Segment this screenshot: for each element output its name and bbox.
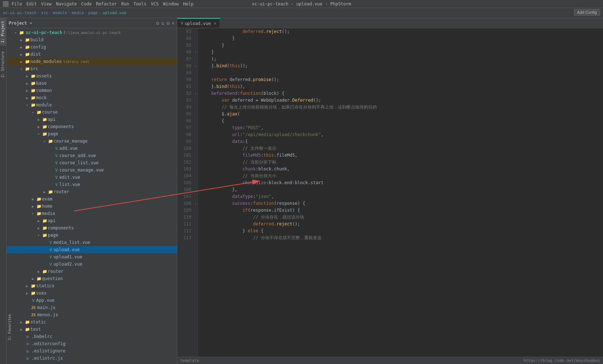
code-content[interactable]: deferred.reject(); } } } [198,28,603,357]
code-line-104: // 当前分块大小 [201,173,603,179]
code-line-86: } [201,49,603,56]
title-bar: File Edit View Navigate Code Refactor Ru… [0,0,603,8]
tree-base[interactable]: ▶ 📁 base [7,80,177,87]
tree-course-add-vue[interactable]: ▶ V course_add.vue [7,152,177,159]
tab-upload-vue[interactable]: V upload.vue × [177,18,220,28]
menu-refactor[interactable]: Refactor [96,1,117,7]
tree-src[interactable]: ▾ 📁 src [7,65,177,72]
menu-run[interactable]: Run [121,1,129,7]
code-line-90: return deferred.promise(); [201,76,603,83]
tree-vuex[interactable]: ▶ 📁 vuex [7,289,177,297]
add-config-button[interactable]: Add Config [574,9,600,16]
close-panel-icon[interactable]: × [172,20,175,26]
tree-config[interactable]: ▶ 📁 config [7,43,177,51]
tree-root[interactable]: ▾ 📁 xc-ui-pc-teach E:\java_www\xc-ui-pc-… [7,29,177,36]
code-line-101: fileMd5:this.fileMd5, [201,152,603,159]
settings-gear-icon[interactable]: ⚙ [156,20,159,26]
code-line-96: { [201,118,603,124]
menu-help[interactable]: Help [183,1,194,7]
tree-dist[interactable]: ▶ 📁 dist [7,51,177,58]
sidebar-tab-project[interactable]: 1: Project [0,18,6,46]
tree-babelrc[interactable]: ▶ ⚙ .babelrc [7,333,177,340]
tree-assets[interactable]: ▶ 📁 assets [7,72,177,80]
tree-build[interactable]: ▶ 📁 build [7,36,177,43]
menu-edit[interactable]: Edit [26,1,37,7]
code-line-107: dataType:"json", [201,193,603,200]
tree-course-components[interactable]: ▶ 📁 components [7,123,177,130]
tree-question[interactable]: ▶ 📁 question [7,275,177,282]
tab-close-icon[interactable]: × [214,21,216,26]
tree-module[interactable]: ▾ 📁 module [7,101,177,109]
tree-main-js[interactable]: ▶ JS main.js [7,304,177,311]
tree-upload1-vue[interactable]: ▶ V upload1.vue [7,253,177,261]
tree-editorconfig[interactable]: ▶ ⚙ .editorconfig [7,340,177,347]
app-icon [3,1,9,7]
tree-eslintrc[interactable]: ▶ ◎ .eslintrc.js [7,355,177,362]
code-line-102: // 当前分块下标 [201,159,603,166]
tree-media[interactable]: ▾ 📁 media [7,210,177,217]
menu-vcs[interactable]: VCS [151,1,159,7]
code-line-84: } [201,35,603,42]
code-line-103: chunk:block.chunk, [201,166,603,173]
code-line-89 [201,69,603,76]
tree-app-vue[interactable]: ▶ V App.vue [7,297,177,304]
menu-bar: File Edit View Navigate Code Refactor Ru… [12,1,194,7]
code-line-111: deferred.reject(); [201,221,603,228]
project-header: Project ▾ ⚙ ⇅ ⚙ × [7,18,177,28]
tree-exam[interactable]: ▶ 📁 exam [7,195,177,203]
tree-upload2-vue[interactable]: ▶ V upload2.vue [7,261,177,268]
tab-bar: V upload.vue × [177,18,603,28]
tree-media-router[interactable]: ▶ 📁 router [7,268,177,275]
bc-sep-4: › [85,10,87,15]
main-layout: 1: Project 2: Structure Project ▾ ⚙ ⇅ ⚙ … [0,18,603,364]
tree-course-manage-folder[interactable]: ▾ 📁 course_manage [7,137,177,145]
tree-test[interactable]: ▶ 📁 test [7,326,177,333]
options-icon[interactable]: ⚙ [166,20,169,26]
breadcrumb-module[interactable]: module [53,10,67,15]
tree-node-modules[interactable]: ▶ 📁 node_modules library root [7,58,177,65]
expand-icon[interactable]: ⇅ [161,20,164,26]
code-line-93: var deferred = WebUploader.Deferred(); [201,97,603,104]
tree-media-page[interactable]: ▾ 📁 page [7,232,177,239]
menu-navigate[interactable]: Navigate [56,1,77,7]
tree-course-manage-vue[interactable]: ▶ V course_manage.vue [7,166,177,174]
bottom-bar: template https://blog.csdn.net/minihuabe… [177,357,603,364]
tree-course-router[interactable]: ▶ 📁 router [7,188,177,195]
menu-tools[interactable]: Tools [133,1,146,7]
tree-eslintignore[interactable]: ▶ ◎ .eslintignore [7,347,177,355]
tree-add-vue[interactable]: ▶ V add.vue [7,145,177,152]
breadcrumb-root[interactable]: xc-ui-pc-teach [3,10,37,15]
tree-static[interactable]: ▶ 📁 static [7,318,177,326]
tree-edit-vue[interactable]: ▶ V edit.vue [7,174,177,181]
bc-sep-3: › [68,10,71,15]
menu-code[interactable]: Code [81,1,92,7]
sidebar-tab-structure[interactable]: 2: Structure [0,48,6,80]
tree-statics[interactable]: ▶ 📁 statics [7,282,177,289]
tree-menus-js[interactable]: ▶ JS menus.js [7,311,177,318]
menu-view[interactable]: View [41,1,52,7]
breadcrumb-media[interactable]: media [72,10,84,15]
code-line-91: }.bind(this), [201,83,603,90]
sidebar-tabs: 1: Project 2: Structure [0,18,7,364]
breadcrumb-file[interactable]: upload.vue [102,10,126,15]
tree-media-list-vue[interactable]: ▶ V media_list.vue [7,239,177,246]
breadcrumb-page[interactable]: page [88,10,98,15]
tree-media-api[interactable]: ▶ 📁 api [7,217,177,224]
tree-home[interactable]: ▶ 📁 home [7,203,177,210]
tree-course-list-vue[interactable]: ▶ V course_list.vue [7,159,177,166]
tree-course-page[interactable]: ▾ 📁 page [7,130,177,137]
favorites-tab[interactable]: 2: Favorites [7,312,13,342]
tree-course-api[interactable]: ▶ 📁 api [7,116,177,123]
menu-file[interactable]: File [12,1,22,7]
status-url: https://blog.csdn.net/minihuabei [523,358,600,363]
tree-common[interactable]: ▶ 📁 common [7,87,177,94]
tree-mock[interactable]: ▶ 📁 mock [7,94,177,101]
status-template: template [180,358,199,363]
tree-upload-vue[interactable]: ▶ V upload.vue [7,246,177,253]
code-line-88: }.bind(this)); [201,63,603,69]
tree-list-vue[interactable]: ▶ V list.vue [7,181,177,188]
tree-course[interactable]: ▾ 📁 course [7,109,177,116]
menu-window[interactable]: Window [163,1,179,7]
tree-media-components[interactable]: ▶ 📁 components [7,224,177,232]
breadcrumb-src[interactable]: src [41,10,48,15]
